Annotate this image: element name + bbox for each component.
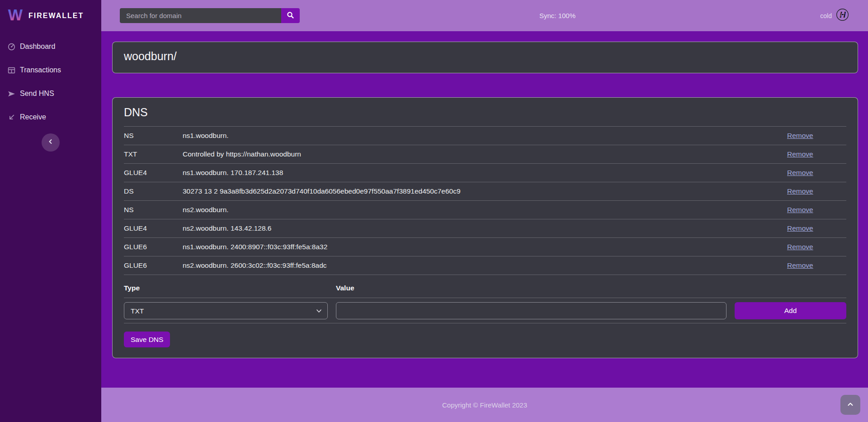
table-row: NS ns2.woodburn. Remove (124, 200, 846, 219)
table-row: GLUE6 ns2.woodburn. 2600:3c02::f03c:93ff… (124, 256, 846, 275)
record-value: ns2.woodburn. (183, 206, 787, 214)
remove-link[interactable]: Remove (787, 224, 846, 232)
search-group (120, 8, 300, 23)
dns-card: DNS NS ns1.woodburn. Remove TXT Controll… (112, 97, 858, 358)
table-row: DS 30273 13 2 9a3a8fb3d625d2a2073d740f10… (124, 182, 846, 200)
record-value: ns1.woodburn. 170.187.241.138 (183, 169, 787, 177)
record-type: GLUE4 (124, 224, 183, 232)
dns-form-headers: Type Value (124, 275, 846, 298)
tachometer-icon (8, 43, 15, 51)
firewallet-w-logo-icon: W (7, 6, 24, 25)
record-value: ns2.woodburn. 2600:3c02::f03c:93ff:fe5a:… (183, 261, 787, 270)
add-record-button[interactable]: Add (735, 302, 846, 319)
scroll-to-top-button[interactable] (840, 395, 860, 415)
remove-link[interactable]: Remove (787, 187, 846, 195)
record-type: TXT (124, 150, 183, 158)
type-column-header: Type (124, 284, 328, 292)
chevron-up-icon (847, 401, 854, 409)
save-dns-button[interactable]: Save DNS (124, 332, 170, 347)
chevron-left-icon (47, 138, 54, 147)
wallet-mode-label: cold (820, 12, 832, 19)
handshake-logo-icon[interactable]: H (836, 8, 849, 23)
svg-text:W: W (8, 6, 23, 24)
svg-text:H: H (840, 10, 846, 19)
table-icon (8, 66, 15, 74)
sidebar: W FIREWALLET Dashboard (0, 0, 101, 422)
table-row: NS ns1.woodburn. Remove (124, 126, 846, 145)
remove-link[interactable]: Remove (787, 132, 846, 140)
record-value: ns2.woodburn. 143.42.128.6 (183, 224, 787, 232)
main-content: woodburn/ DNS NS ns1.woodburn. Remove TX… (101, 31, 868, 388)
sidebar-item-dashboard[interactable]: Dashboard (0, 35, 101, 58)
brand[interactable]: W FIREWALLET (0, 0, 101, 31)
sync-status: Sync: 100% (539, 0, 576, 31)
record-value: ns1.woodburn. 2400:8907::f03c:93ff:fe5a:… (183, 243, 787, 251)
dns-card-title: DNS (124, 106, 846, 119)
domain-card: woodburn/ (112, 42, 858, 73)
record-value: ns1.woodburn. (183, 132, 787, 140)
brand-name: FIREWALLET (28, 12, 84, 20)
record-type: GLUE6 (124, 243, 183, 251)
record-value-input[interactable] (336, 302, 726, 319)
search-icon (287, 11, 294, 20)
table-row: GLUE4 ns1.woodburn. 170.187.241.138 Remo… (124, 163, 846, 182)
copyright-text: Copyright © FireWallet 2023 (442, 401, 527, 409)
search-input[interactable] (120, 8, 281, 23)
record-type: GLUE6 (124, 261, 183, 270)
topbar: Sync: 100% cold H (101, 0, 868, 31)
value-column-header: Value (336, 284, 726, 292)
record-type: GLUE4 (124, 169, 183, 177)
sidebar-item-label: Transactions (20, 66, 61, 74)
sidebar-item-label: Send HNS (20, 90, 54, 98)
search-button[interactable] (281, 8, 300, 23)
sidebar-item-receive[interactable]: Receive (0, 105, 101, 129)
dns-records: NS ns1.woodburn. Remove TXT Controlled b… (124, 126, 846, 275)
footer: Copyright © FireWallet 2023 (101, 388, 868, 422)
sidebar-item-label: Receive (20, 113, 46, 121)
sidebar-item-send-hns[interactable]: Send HNS (0, 82, 101, 105)
table-row: TXT Controlled by https://nathan.woodbur… (124, 145, 846, 163)
record-type: NS (124, 132, 183, 140)
remove-link[interactable]: Remove (787, 169, 846, 177)
paper-plane-icon (8, 90, 15, 98)
remove-link[interactable]: Remove (787, 206, 846, 214)
table-row: GLUE6 ns1.woodburn. 2400:8907::f03c:93ff… (124, 237, 846, 256)
page-title: woodburn/ (124, 50, 846, 63)
sidebar-item-transactions[interactable]: Transactions (0, 58, 101, 82)
sidebar-collapse-button[interactable] (42, 133, 60, 152)
dns-form-row: TXT Add (124, 298, 846, 323)
record-value: Controlled by https://nathan.woodburn (183, 150, 787, 158)
table-row: GLUE4 ns2.woodburn. 143.42.128.6 Remove (124, 219, 846, 237)
remove-link[interactable]: Remove (787, 150, 846, 158)
remove-link[interactable]: Remove (787, 261, 846, 270)
record-type-select-wrap: TXT (124, 302, 328, 319)
record-type: NS (124, 206, 183, 214)
remove-link[interactable]: Remove (787, 243, 846, 251)
wallet-info: cold H (820, 0, 849, 31)
record-value: 30273 13 2 9a3a8fb3d625d2a2073d740f10da6… (183, 187, 787, 195)
sidebar-nav: Dashboard Transactions Send HNS (0, 31, 101, 129)
arrow-down-left-icon (8, 114, 15, 121)
sidebar-item-label: Dashboard (20, 43, 55, 51)
record-type: DS (124, 187, 183, 195)
record-type-select[interactable]: TXT (124, 302, 328, 319)
